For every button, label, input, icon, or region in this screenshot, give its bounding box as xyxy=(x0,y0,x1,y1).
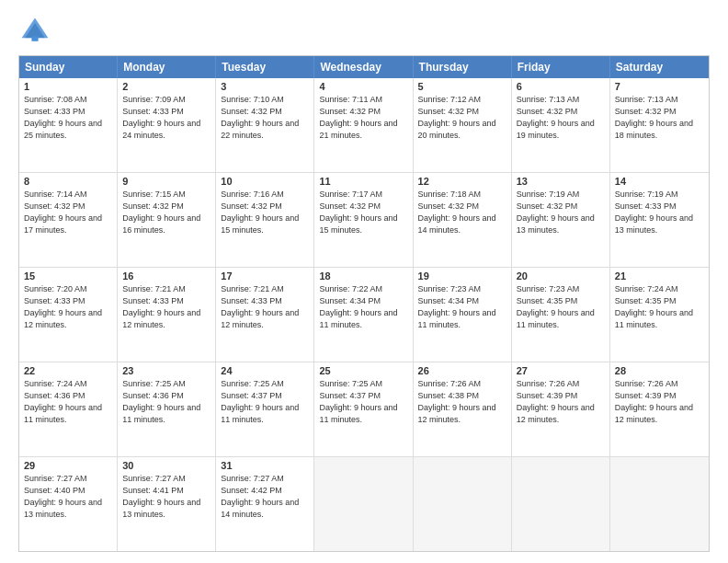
day-number: 17 xyxy=(221,270,309,282)
day-number: 1 xyxy=(24,81,112,92)
calendar-cell: 19Sunrise: 7:23 AM Sunset: 4:34 PM Dayli… xyxy=(414,268,512,362)
day-info: Sunrise: 7:09 AM Sunset: 4:33 PM Dayligh… xyxy=(122,94,210,142)
calendar-cell xyxy=(414,457,512,551)
day-info: Sunrise: 7:23 AM Sunset: 4:34 PM Dayligh… xyxy=(418,283,506,331)
calendar-cell: 23Sunrise: 7:25 AM Sunset: 4:36 PM Dayli… xyxy=(118,362,216,456)
day-number: 18 xyxy=(319,270,407,282)
day-info: Sunrise: 7:23 AM Sunset: 4:35 PM Dayligh… xyxy=(517,283,605,331)
calendar-cell: 7Sunrise: 7:13 AM Sunset: 4:32 PM Daylig… xyxy=(610,78,709,172)
day-info: Sunrise: 7:20 AM Sunset: 4:33 PM Dayligh… xyxy=(24,283,112,331)
day-number: 6 xyxy=(517,81,605,92)
calendar-cell: 31Sunrise: 7:27 AM Sunset: 4:42 PM Dayli… xyxy=(216,457,314,551)
calendar-header: Sunday Monday Tuesday Wednesday Thursday… xyxy=(19,56,709,78)
day-info: Sunrise: 7:08 AM Sunset: 4:33 PM Dayligh… xyxy=(24,94,112,142)
day-info: Sunrise: 7:24 AM Sunset: 4:35 PM Dayligh… xyxy=(615,283,704,331)
day-number: 31 xyxy=(221,460,309,471)
calendar-cell: 5Sunrise: 7:12 AM Sunset: 4:32 PM Daylig… xyxy=(414,78,512,172)
day-number: 29 xyxy=(24,460,112,471)
calendar-row: 22Sunrise: 7:24 AM Sunset: 4:36 PM Dayli… xyxy=(19,362,709,456)
day-info: Sunrise: 7:22 AM Sunset: 4:34 PM Dayligh… xyxy=(319,283,407,331)
day-number: 27 xyxy=(517,365,605,376)
day-info: Sunrise: 7:27 AM Sunset: 4:40 PM Dayligh… xyxy=(24,473,112,521)
day-number: 7 xyxy=(615,81,704,92)
calendar-cell: 16Sunrise: 7:21 AM Sunset: 4:33 PM Dayli… xyxy=(118,268,216,362)
calendar-cell: 27Sunrise: 7:26 AM Sunset: 4:39 PM Dayli… xyxy=(512,362,610,456)
day-number: 24 xyxy=(221,365,309,376)
header-friday: Friday xyxy=(512,56,610,78)
header-thursday: Thursday xyxy=(414,56,512,78)
day-info: Sunrise: 7:17 AM Sunset: 4:32 PM Dayligh… xyxy=(319,189,407,236)
day-info: Sunrise: 7:26 AM Sunset: 4:38 PM Dayligh… xyxy=(418,378,506,426)
calendar-cell: 1Sunrise: 7:08 AM Sunset: 4:33 PM Daylig… xyxy=(19,78,118,172)
day-info: Sunrise: 7:24 AM Sunset: 4:36 PM Dayligh… xyxy=(24,378,112,426)
calendar-cell: 14Sunrise: 7:19 AM Sunset: 4:33 PM Dayli… xyxy=(610,173,709,267)
calendar-row: 15Sunrise: 7:20 AM Sunset: 4:33 PM Dayli… xyxy=(19,267,709,362)
calendar-cell: 25Sunrise: 7:25 AM Sunset: 4:37 PM Dayli… xyxy=(314,362,413,456)
day-info: Sunrise: 7:19 AM Sunset: 4:33 PM Dayligh… xyxy=(615,189,704,236)
day-number: 8 xyxy=(24,176,112,187)
day-info: Sunrise: 7:25 AM Sunset: 4:36 PM Dayligh… xyxy=(122,378,210,426)
calendar-cell: 17Sunrise: 7:21 AM Sunset: 4:33 PM Dayli… xyxy=(216,268,314,362)
calendar-cell: 29Sunrise: 7:27 AM Sunset: 4:40 PM Dayli… xyxy=(19,457,118,551)
day-number: 2 xyxy=(122,81,210,92)
day-info: Sunrise: 7:21 AM Sunset: 4:33 PM Dayligh… xyxy=(221,283,309,331)
calendar: Sunday Monday Tuesday Wednesday Thursday… xyxy=(18,55,710,552)
day-number: 22 xyxy=(24,365,112,376)
day-info: Sunrise: 7:16 AM Sunset: 4:32 PM Dayligh… xyxy=(221,189,309,236)
calendar-cell: 2Sunrise: 7:09 AM Sunset: 4:33 PM Daylig… xyxy=(118,78,216,172)
day-number: 23 xyxy=(122,365,210,376)
calendar-cell: 28Sunrise: 7:26 AM Sunset: 4:39 PM Dayli… xyxy=(610,362,709,456)
calendar-cell: 9Sunrise: 7:15 AM Sunset: 4:32 PM Daylig… xyxy=(118,173,216,267)
calendar-row: 1Sunrise: 7:08 AM Sunset: 4:33 PM Daylig… xyxy=(19,78,709,172)
day-info: Sunrise: 7:26 AM Sunset: 4:39 PM Dayligh… xyxy=(615,378,704,426)
header-wednesday: Wednesday xyxy=(314,56,413,78)
calendar-cell: 20Sunrise: 7:23 AM Sunset: 4:35 PM Dayli… xyxy=(512,268,610,362)
calendar-cell: 24Sunrise: 7:25 AM Sunset: 4:37 PM Dayli… xyxy=(216,362,314,456)
calendar-cell: 10Sunrise: 7:16 AM Sunset: 4:32 PM Dayli… xyxy=(216,173,314,267)
day-number: 4 xyxy=(319,81,407,92)
day-number: 3 xyxy=(221,81,309,92)
day-info: Sunrise: 7:10 AM Sunset: 4:32 PM Dayligh… xyxy=(221,94,309,142)
calendar-cell: 18Sunrise: 7:22 AM Sunset: 4:34 PM Dayli… xyxy=(314,268,413,362)
calendar-cell: 15Sunrise: 7:20 AM Sunset: 4:33 PM Dayli… xyxy=(19,268,118,362)
calendar-cell: 4Sunrise: 7:11 AM Sunset: 4:32 PM Daylig… xyxy=(314,78,413,172)
day-info: Sunrise: 7:13 AM Sunset: 4:32 PM Dayligh… xyxy=(517,94,605,142)
day-info: Sunrise: 7:26 AM Sunset: 4:39 PM Dayligh… xyxy=(517,378,605,426)
calendar-cell: 12Sunrise: 7:18 AM Sunset: 4:32 PM Dayli… xyxy=(414,173,512,267)
header xyxy=(18,15,710,48)
day-number: 30 xyxy=(122,460,210,471)
calendar-cell: 26Sunrise: 7:26 AM Sunset: 4:38 PM Dayli… xyxy=(414,362,512,456)
day-number: 16 xyxy=(122,270,210,282)
calendar-cell xyxy=(314,457,413,551)
day-number: 20 xyxy=(517,270,605,282)
calendar-cell xyxy=(512,457,610,551)
logo xyxy=(18,15,53,48)
header-saturday: Saturday xyxy=(610,56,709,78)
header-monday: Monday xyxy=(118,56,216,78)
day-number: 25 xyxy=(319,365,407,376)
day-number: 9 xyxy=(122,176,210,187)
day-info: Sunrise: 7:13 AM Sunset: 4:32 PM Dayligh… xyxy=(615,94,704,142)
day-info: Sunrise: 7:21 AM Sunset: 4:33 PM Dayligh… xyxy=(122,283,210,331)
day-number: 12 xyxy=(418,176,506,187)
day-info: Sunrise: 7:25 AM Sunset: 4:37 PM Dayligh… xyxy=(319,378,407,426)
calendar-row: 29Sunrise: 7:27 AM Sunset: 4:40 PM Dayli… xyxy=(19,456,709,551)
page: Sunday Monday Tuesday Wednesday Thursday… xyxy=(0,0,728,563)
header-tuesday: Tuesday xyxy=(216,56,314,78)
day-number: 14 xyxy=(615,176,704,187)
calendar-cell: 22Sunrise: 7:24 AM Sunset: 4:36 PM Dayli… xyxy=(19,362,118,456)
day-number: 15 xyxy=(24,270,112,282)
day-info: Sunrise: 7:25 AM Sunset: 4:37 PM Dayligh… xyxy=(221,378,309,426)
day-info: Sunrise: 7:27 AM Sunset: 4:41 PM Dayligh… xyxy=(122,473,210,521)
svg-rect-2 xyxy=(31,36,38,40)
day-number: 26 xyxy=(418,365,506,376)
day-info: Sunrise: 7:19 AM Sunset: 4:32 PM Dayligh… xyxy=(517,189,605,236)
day-number: 21 xyxy=(615,270,704,282)
day-number: 13 xyxy=(517,176,605,187)
day-info: Sunrise: 7:15 AM Sunset: 4:32 PM Dayligh… xyxy=(122,189,210,236)
day-info: Sunrise: 7:14 AM Sunset: 4:32 PM Dayligh… xyxy=(24,189,112,236)
calendar-body: 1Sunrise: 7:08 AM Sunset: 4:33 PM Daylig… xyxy=(19,78,709,551)
day-number: 19 xyxy=(418,270,506,282)
calendar-row: 8Sunrise: 7:14 AM Sunset: 4:32 PM Daylig… xyxy=(19,172,709,267)
logo-icon xyxy=(18,15,51,48)
